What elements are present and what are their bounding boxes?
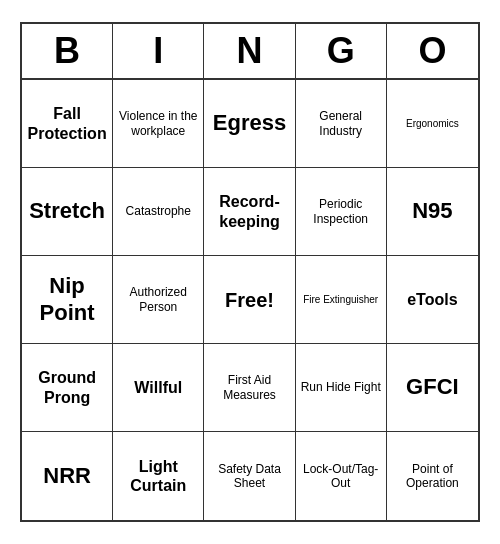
bingo-letter-g: G <box>296 24 387 78</box>
cell-text-0: Fall Protection <box>26 104 108 142</box>
cell-text-12: Free! <box>225 288 274 312</box>
cell-text-3: General Industry <box>300 109 382 138</box>
bingo-cell-7: Record-keeping <box>204 168 295 256</box>
bingo-cell-18: Run Hide Fight <box>296 344 387 432</box>
bingo-cell-20: NRR <box>22 432 113 520</box>
bingo-cell-9: N95 <box>387 168 478 256</box>
bingo-header: BINGO <box>22 24 478 80</box>
cell-text-17: First Aid Measures <box>208 373 290 402</box>
cell-text-23: Lock-Out/Tag-Out <box>300 462 382 491</box>
bingo-cell-21: Light Curtain <box>113 432 204 520</box>
cell-text-8: Periodic Inspection <box>300 197 382 226</box>
cell-text-4: Ergonomics <box>406 118 459 130</box>
bingo-cell-23: Lock-Out/Tag-Out <box>296 432 387 520</box>
bingo-cell-10: Nip Point <box>22 256 113 344</box>
bingo-cell-12: Free! <box>204 256 295 344</box>
bingo-cell-2: Egress <box>204 80 295 168</box>
cell-text-15: Ground Prong <box>26 368 108 406</box>
bingo-cell-6: Catastrophe <box>113 168 204 256</box>
cell-text-5: Stretch <box>29 198 105 224</box>
bingo-cell-11: Authorized Person <box>113 256 204 344</box>
cell-text-7: Record-keeping <box>208 192 290 230</box>
bingo-letter-o: O <box>387 24 478 78</box>
bingo-cell-24: Point of Operation <box>387 432 478 520</box>
bingo-grid: Fall ProtectionViolence in the workplace… <box>22 80 478 520</box>
bingo-cell-15: Ground Prong <box>22 344 113 432</box>
bingo-cell-5: Stretch <box>22 168 113 256</box>
cell-text-6: Catastrophe <box>126 204 191 218</box>
cell-text-13: Fire Extinguisher <box>303 294 378 306</box>
bingo-cell-3: General Industry <box>296 80 387 168</box>
cell-text-9: N95 <box>412 198 452 224</box>
bingo-letter-b: B <box>22 24 113 78</box>
cell-text-1: Violence in the workplace <box>117 109 199 138</box>
bingo-cell-17: First Aid Measures <box>204 344 295 432</box>
bingo-cell-22: Safety Data Sheet <box>204 432 295 520</box>
cell-text-22: Safety Data Sheet <box>208 462 290 491</box>
bingo-card: BINGO Fall ProtectionViolence in the wor… <box>20 22 480 522</box>
cell-text-20: NRR <box>43 463 91 489</box>
bingo-cell-0: Fall Protection <box>22 80 113 168</box>
cell-text-18: Run Hide Fight <box>301 380 381 394</box>
cell-text-24: Point of Operation <box>391 462 474 491</box>
bingo-cell-4: Ergonomics <box>387 80 478 168</box>
bingo-cell-16: Willful <box>113 344 204 432</box>
bingo-cell-1: Violence in the workplace <box>113 80 204 168</box>
cell-text-21: Light Curtain <box>117 457 199 495</box>
bingo-cell-13: Fire Extinguisher <box>296 256 387 344</box>
cell-text-2: Egress <box>213 110 286 136</box>
bingo-cell-14: eTools <box>387 256 478 344</box>
cell-text-14: eTools <box>407 290 457 309</box>
cell-text-16: Willful <box>134 378 182 397</box>
bingo-letter-n: N <box>204 24 295 78</box>
bingo-letter-i: I <box>113 24 204 78</box>
cell-text-19: GFCI <box>406 374 459 400</box>
bingo-cell-8: Periodic Inspection <box>296 168 387 256</box>
bingo-cell-19: GFCI <box>387 344 478 432</box>
cell-text-11: Authorized Person <box>117 285 199 314</box>
cell-text-10: Nip Point <box>26 273 108 326</box>
